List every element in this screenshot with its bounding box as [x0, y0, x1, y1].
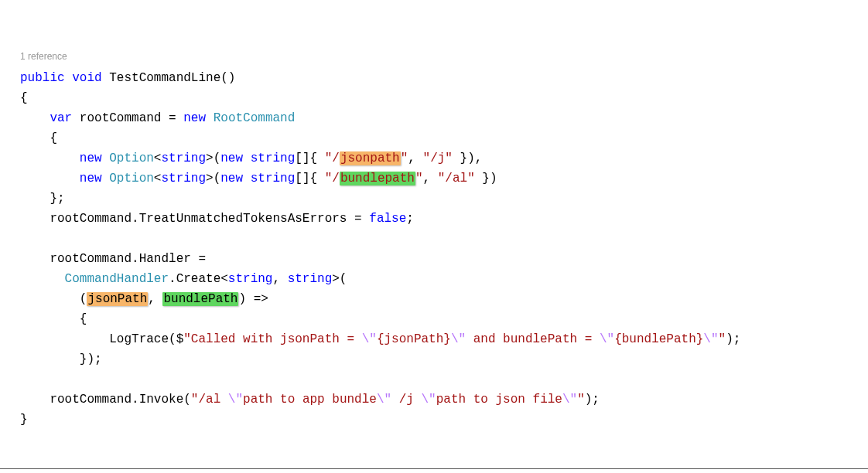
- brace: };: [50, 192, 64, 206]
- keyword-new: new: [220, 172, 243, 185]
- string-literal: ": [577, 393, 585, 407]
- code-line[interactable]: rootCommand.Handler =: [20, 249, 868, 269]
- paren: (): [220, 71, 235, 85]
- end: );: [726, 332, 740, 346]
- codelens-reference[interactable]: 1 reference: [20, 46, 868, 66]
- code-line[interactable]: var rootCommand = new RootCommand: [20, 108, 868, 128]
- code-editor[interactable]: 1 reference public void TestCommandLine(…: [0, 0, 868, 430]
- type-commandhandler: CommandHandler: [65, 272, 169, 286]
- brace: {: [20, 91, 28, 105]
- comma: ,: [148, 292, 162, 306]
- escape-char: \": [228, 393, 243, 407]
- code-line[interactable]: {: [20, 88, 868, 108]
- code-line[interactable]: rootCommand.TreatUnmatchedTokensAsErrors…: [20, 209, 868, 229]
- string-literal: and bundlePath =: [466, 332, 600, 346]
- bottom-border: [0, 468, 868, 469]
- escape-char: \": [600, 332, 614, 346]
- comma: ,: [272, 272, 287, 286]
- code-line[interactable]: public void TestCommandLine(): [20, 68, 868, 88]
- keyword-string: string: [228, 272, 273, 286]
- escape-char: \": [703, 332, 718, 346]
- eq: =: [161, 111, 183, 125]
- code-line[interactable]: });: [20, 349, 868, 369]
- escape-char: \": [451, 332, 466, 346]
- keyword-new: new: [220, 151, 243, 165]
- string-literal: path to app bundle: [243, 393, 377, 407]
- string-literal: {jsonPath}: [377, 332, 451, 346]
- arrow: ) =>: [238, 292, 268, 306]
- string-literal: "/al": [438, 172, 475, 185]
- code-line[interactable]: };: [20, 189, 868, 209]
- string-literal: "/: [325, 172, 340, 185]
- string-literal: ": [401, 151, 408, 165]
- escape-char: \": [362, 332, 377, 346]
- keyword-new: new: [80, 172, 102, 185]
- code-line[interactable]: {: [20, 309, 868, 329]
- paren: (: [80, 292, 87, 306]
- blank-line: [20, 229, 868, 249]
- brace: {: [80, 312, 87, 326]
- code-line[interactable]: (jsonPath, bundlePath) =>: [20, 289, 868, 309]
- blank-line: [20, 369, 868, 390]
- keyword-new: new: [183, 111, 206, 125]
- comma: ,: [408, 151, 422, 165]
- bracket: []{: [295, 151, 324, 165]
- code-line[interactable]: }: [20, 410, 868, 430]
- code-line[interactable]: CommandHandler.Create<string, string>(: [20, 269, 868, 289]
- bracket: []{: [295, 172, 324, 185]
- statement: rootCommand.TreatUnmatchedTokensAsErrors…: [50, 212, 369, 226]
- keyword-string: string: [288, 272, 333, 286]
- keyword-false: false: [369, 212, 406, 226]
- keyword-string: string: [251, 172, 296, 185]
- keyword-string: string: [161, 151, 206, 165]
- escape-char: \": [562, 393, 577, 407]
- statement: rootCommand.Handler =: [50, 252, 206, 266]
- var-name: rootCommand: [80, 111, 162, 125]
- code-line[interactable]: {: [20, 128, 868, 148]
- string-literal: "Called with jsonPath =: [183, 332, 361, 346]
- code-line[interactable]: new Option<string>(new string[]{ "/bundl…: [20, 168, 868, 189]
- code-line[interactable]: new Option<string>(new string[]{ "/jsonp…: [20, 148, 868, 168]
- close: >(: [332, 272, 347, 286]
- type-option: Option: [109, 151, 154, 165]
- string-literal: path to json file: [436, 393, 562, 407]
- brace: }: [20, 413, 28, 427]
- string-literal: /j: [391, 393, 421, 407]
- end: );: [585, 393, 600, 407]
- code-line[interactable]: rootCommand.Invoke("/al \"path to app bu…: [20, 390, 868, 410]
- code-line[interactable]: LogTrace($"Called with jsonPath = \"{jso…: [20, 329, 868, 349]
- string-literal: {bundlePath}: [614, 332, 703, 346]
- highlight-bundlepath-param: bundlePath: [162, 292, 238, 306]
- highlight-jsonpath-param: jsonPath: [87, 292, 148, 306]
- type-name: RootCommand: [214, 111, 296, 125]
- method-call: LogTrace($: [109, 332, 183, 346]
- keyword-var: var: [50, 111, 72, 125]
- string-literal: "/: [325, 151, 340, 165]
- keyword-public: public: [20, 71, 65, 85]
- string-literal: ": [719, 332, 726, 346]
- keyword-new: new: [80, 151, 102, 165]
- escape-char: \": [422, 393, 436, 407]
- bracket: }),: [453, 151, 482, 165]
- string-literal: "/j": [423, 151, 453, 165]
- keyword-string: string: [251, 151, 296, 165]
- bracket: }): [475, 172, 497, 185]
- comma: ,: [423, 172, 438, 185]
- method-call: rootCommand.Invoke(: [50, 393, 190, 407]
- dot: .Create<: [169, 272, 228, 286]
- highlight-bundlepath: bundlepath: [340, 172, 415, 185]
- type-option: Option: [109, 172, 154, 185]
- highlight-jsonpath: jsonpath: [340, 151, 401, 165]
- brace: });: [80, 352, 102, 366]
- escape-char: \": [377, 393, 391, 407]
- brace: {: [50, 131, 57, 145]
- keyword-string: string: [161, 172, 206, 185]
- semi: ;: [406, 212, 414, 226]
- method-name: TestCommandLine: [109, 71, 220, 85]
- keyword-void: void: [72, 71, 101, 85]
- string-literal: ": [415, 172, 423, 185]
- string-literal: "/al: [191, 393, 228, 407]
